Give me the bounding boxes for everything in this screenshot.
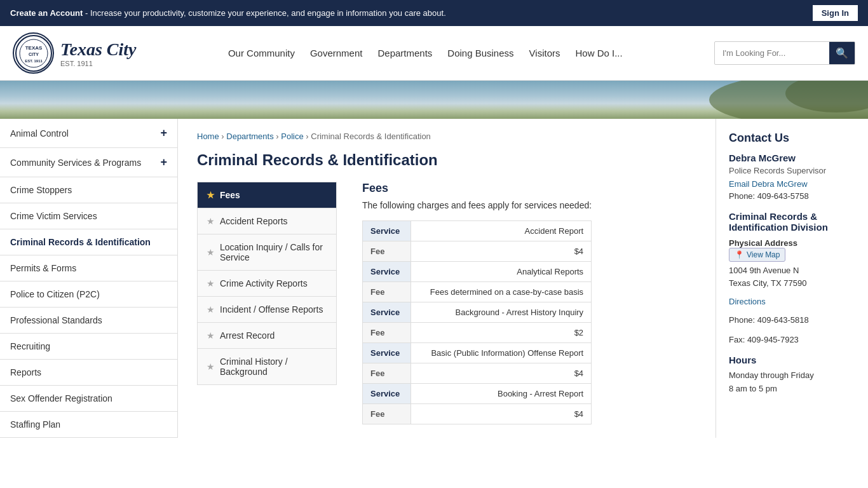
table-row: Fee $2 (363, 323, 592, 343)
table-row: Service Analytical Reports (363, 262, 592, 282)
subnav-criminal-history[interactable]: ★ Criminal History / Background (197, 348, 337, 385)
subnav-arrest-record[interactable]: ★ Arrest Record (197, 322, 337, 348)
breadcrumb-current: Criminal Records & Identification (311, 132, 431, 141)
sidebar-label: Professional Standards (10, 315, 102, 325)
breadcrumb-departments[interactable]: Departments (226, 132, 273, 141)
row-label: Service (363, 302, 411, 323)
sign-in-button[interactable]: Sign In (813, 5, 858, 21)
sidebar-label: Reports (10, 367, 41, 377)
row-value: Booking - Arrest Report (411, 384, 592, 404)
star-icon: ★ (207, 362, 215, 372)
fee-table: Service Accident Report Fee $4 Service A… (362, 220, 592, 424)
row-value: Accident Report (411, 221, 592, 241)
sidebar-label: Crime Victim Services (10, 211, 97, 221)
subnav-label: Crime Activity Reports (220, 278, 308, 288)
nav-government[interactable]: Government (310, 48, 363, 58)
division-title: Criminal Records & Identification Divisi… (729, 211, 855, 233)
star-icon: ★ (207, 190, 215, 200)
svg-text:CITY: CITY (29, 52, 39, 57)
row-label: Service (363, 343, 411, 363)
subnav-label: Location Inquiry / Calls for Service (220, 242, 327, 262)
subnav-crime-activity[interactable]: ★ Crime Activity Reports (197, 270, 337, 296)
sidebar-item-permits[interactable]: Permits & Forms (0, 255, 177, 281)
logo-sub: EST. 1911 (60, 60, 137, 67)
star-icon: ★ (207, 216, 215, 226)
sidebar-label: Criminal Records & Identification (10, 237, 151, 247)
sidebar-item-reports[interactable]: Reports (0, 360, 177, 386)
breadcrumb: Home › Departments › Police › Criminal R… (197, 132, 696, 141)
logo-text: Texas City (60, 39, 137, 60)
contact-role: Police Records Supervisor (729, 166, 855, 175)
row-value: $4 (411, 363, 592, 384)
star-icon: ★ (207, 247, 215, 257)
main-nav: Our Community Government Departments Doi… (149, 48, 702, 58)
table-row: Service Accident Report (363, 221, 592, 241)
sidebar-item-recruiting[interactable]: Recruiting (0, 334, 177, 360)
table-row: Fee $4 (363, 241, 592, 262)
site-header: TEXAS CITY EST. 1911 Texas City EST. 191… (0, 26, 868, 81)
sidebar-item-p2c[interactable]: Police to Citizen (P2C) (0, 281, 177, 308)
content-area: Home › Departments › Police › Criminal R… (178, 119, 715, 438)
search-input[interactable] (715, 43, 829, 63)
hours-text: Monday through Friday8 am to 5 pm (729, 369, 855, 396)
contact-fax: Fax: 409-945-7923 (729, 335, 855, 344)
subnav-accident-reports[interactable]: ★ Accident Reports (197, 208, 337, 234)
sidebar-item-crime-stoppers[interactable]: Crime Stoppers (0, 177, 177, 203)
sidebar-label: Police to Citizen (P2C) (10, 289, 100, 299)
sidebar-label: Community Services & Programs (10, 158, 141, 168)
directions-link[interactable]: Directions (729, 297, 855, 306)
table-row: Fee $4 (363, 404, 592, 424)
table-row: Service Booking - Arrest Report (363, 384, 592, 404)
sidebar-item-crime-victim[interactable]: Crime Victim Services (0, 203, 177, 229)
svg-text:TEXAS: TEXAS (25, 45, 42, 51)
subnav-label: Criminal History / Background (220, 356, 327, 377)
star-icon: ★ (207, 330, 215, 341)
sidebar-item-criminal-records[interactable]: Criminal Records & Identification (0, 229, 177, 255)
sidebar-label: Sex Offender Registration (10, 393, 112, 403)
subnav-location-inquiry[interactable]: ★ Location Inquiry / Calls for Service (197, 234, 337, 270)
create-account-link[interactable]: Create an Account (10, 8, 83, 18)
main-wrapper: Animal Control + Community Services & Pr… (0, 119, 868, 438)
sidebar-item-staffing[interactable]: Staffing Plan (0, 412, 177, 438)
row-label: Fee (363, 404, 411, 424)
sidebar-item-sex-offender[interactable]: Sex Offender Registration (0, 386, 177, 412)
banner-message: - Increase your productivity, customize … (85, 8, 446, 18)
hero-banner (0, 81, 868, 119)
row-value: Fees determined on a case-by-case basis (411, 282, 592, 302)
subnav-incident-reports[interactable]: ★ Incident / Offense Reports (197, 296, 337, 322)
breadcrumb-police[interactable]: Police (281, 132, 303, 141)
contact-email-link[interactable]: Email Debra McGrew (729, 179, 855, 189)
search-button[interactable]: 🔍 (829, 42, 855, 64)
view-map-button[interactable]: 📍 View Map (729, 248, 785, 262)
nav-doing-business[interactable]: Doing Business (447, 48, 513, 58)
table-row: Fee Fees determined on a case-by-case ba… (363, 282, 592, 302)
sidebar-label: Crime Stoppers (10, 185, 72, 195)
row-value: Background - Arrest History Inquiry (411, 302, 592, 323)
fee-content: Fees The following charges and fees appl… (362, 182, 592, 424)
plus-icon: + (160, 156, 167, 169)
address-label: Physical Address (729, 238, 797, 248)
contact-phone2: Phone: 409-643-5818 (729, 315, 855, 325)
breadcrumb-home[interactable]: Home (197, 132, 219, 141)
contact-sidebar: Contact Us Debra McGrew Police Records S… (715, 119, 868, 438)
sidebar-item-professional-standards[interactable]: Professional Standards (0, 308, 177, 334)
row-value: $4 (411, 241, 592, 262)
row-value: Basic (Public Information) Offense Repor… (411, 343, 592, 363)
nav-visitors[interactable]: Visitors (529, 48, 560, 58)
subnav-fees[interactable]: ★ Fees (197, 182, 337, 208)
subnav-label: Fees (220, 190, 240, 200)
logo-area: TEXAS CITY EST. 1911 Texas City EST. 191… (13, 32, 137, 74)
table-row: Service Background - Arrest History Inqu… (363, 302, 592, 323)
page-title: Criminal Records & Identification (197, 151, 696, 169)
banner-text: Create an Account - Increase your produc… (10, 8, 446, 18)
address-line2: Texas City, TX 77590 (729, 278, 806, 288)
sidebar-item-animal-control[interactable]: Animal Control + (0, 119, 177, 148)
star-icon: ★ (207, 278, 215, 288)
sidebar-item-community-services[interactable]: Community Services & Programs + (0, 148, 177, 177)
nav-departments[interactable]: Departments (377, 48, 432, 58)
nav-how-do-i[interactable]: How Do I... (575, 48, 622, 58)
nav-our-community[interactable]: Our Community (228, 48, 295, 58)
row-label: Service (363, 221, 411, 241)
search-area: 🔍 (714, 41, 855, 65)
table-row: Service Basic (Public Information) Offen… (363, 343, 592, 363)
